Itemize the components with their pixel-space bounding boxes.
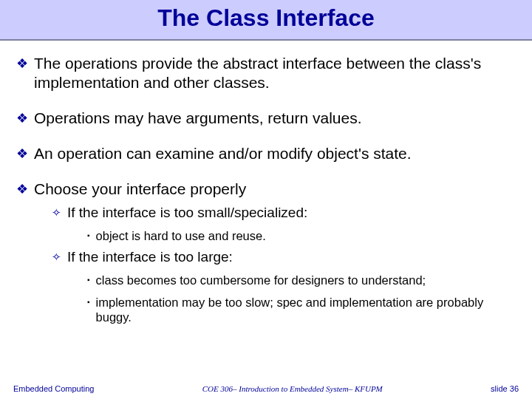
bullet-level1: ❖ Choose your interface properly: [16, 180, 516, 199]
diamond-bullet-icon: ❖: [16, 109, 28, 128]
bullet-text: The operations provide the abstract inte…: [34, 54, 516, 92]
bullet-level1: ❖ An operation can examine and/or modify…: [16, 144, 516, 163]
bullet-text: An operation can examine and/or modify o…: [34, 144, 412, 163]
slide-title: The Class Interface: [0, 4, 532, 32]
diamond-bullet-icon: ❖: [16, 144, 28, 163]
bullet-level1: ❖ Operations may have arguments, return …: [16, 109, 516, 128]
square-bullet-icon: ▪: [87, 273, 90, 287]
square-bullet-icon: ▪: [87, 228, 90, 243]
slide-footer: Embedded Computing COE 306– Introduction…: [0, 384, 532, 393]
hollow-diamond-icon: ✧: [52, 205, 61, 221]
square-bullet-icon: ▪: [87, 295, 90, 310]
bullet-level3: ▪ implementation may be too slow; spec a…: [87, 295, 516, 324]
bullet-text: Operations may have arguments, return va…: [34, 109, 362, 128]
title-bar: The Class Interface: [0, 0, 532, 39]
bullet-text: class becomes too cumbersome for designe…: [96, 273, 426, 287]
slide-content: ❖ The operations provide the abstract in…: [0, 41, 532, 324]
footer-left: Embedded Computing: [13, 384, 94, 393]
bullet-text: If the interface is too small/specialize…: [67, 205, 307, 221]
hollow-diamond-icon: ✧: [52, 249, 61, 265]
footer-center: COE 306– Introduction to Embedded System…: [94, 384, 491, 393]
bullet-text: object is hard to use and reuse.: [96, 228, 266, 243]
bullet-level2: ✧ If the interface is too large:: [52, 249, 516, 265]
bullet-text: Choose your interface properly: [34, 180, 246, 199]
bullet-level3: ▪ object is hard to use and reuse.: [87, 228, 516, 243]
diamond-bullet-icon: ❖: [16, 54, 28, 73]
bullet-level3: ▪ class becomes too cumbersome for desig…: [87, 273, 516, 287]
bullet-level1: ❖ The operations provide the abstract in…: [16, 54, 516, 92]
diamond-bullet-icon: ❖: [16, 180, 28, 199]
bullet-level2: ✧ If the interface is too small/speciali…: [52, 205, 516, 221]
bullet-text: If the interface is too large:: [67, 249, 233, 265]
footer-right: slide 36: [491, 384, 519, 393]
bullet-text: implementation may be too slow; spec and…: [96, 295, 516, 324]
